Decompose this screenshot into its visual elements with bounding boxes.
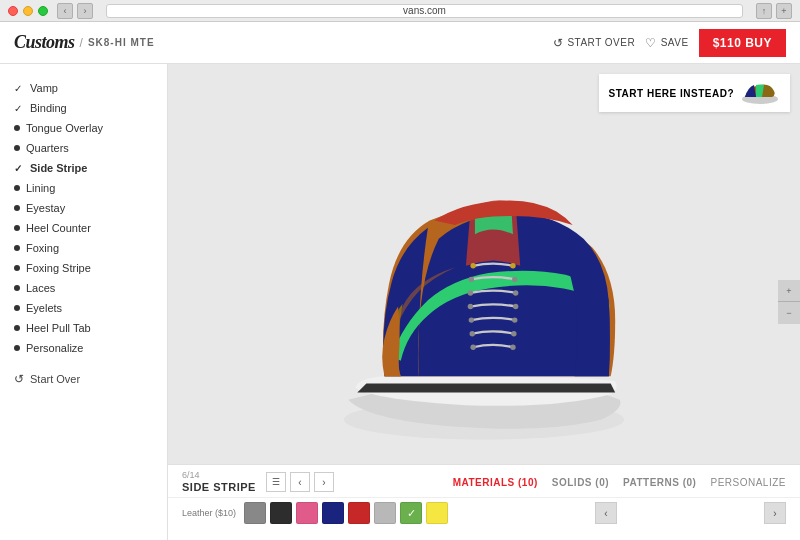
- color-swatch-navy[interactable]: [322, 502, 344, 524]
- sidebar: ✓ Vamp ✓ Binding Tongue Overlay Quarters…: [0, 64, 168, 540]
- svg-point-9: [513, 304, 518, 309]
- patterns-tab[interactable]: PATTERNS (0): [623, 477, 696, 488]
- sidebar-item-binding[interactable]: ✓ Binding: [0, 98, 167, 118]
- back-btn[interactable]: ‹: [57, 3, 73, 19]
- heart-icon: ♡: [645, 36, 657, 50]
- bullet-icon: [14, 185, 20, 191]
- bullet-icon: [14, 125, 20, 131]
- sidebar-item-personalize[interactable]: Personalize: [0, 338, 167, 358]
- svg-point-5: [512, 277, 517, 282]
- color-swatch-black[interactable]: [270, 502, 292, 524]
- header-actions: ↺ START OVER ♡ SAVE $110 BUY: [553, 29, 786, 57]
- browser-chrome: ‹ › vans.com ↑ +: [0, 0, 800, 22]
- svg-point-6: [468, 290, 473, 295]
- swatch-category-label: Leather ($10): [182, 508, 236, 518]
- zoom-out-icon[interactable]: −: [778, 302, 800, 324]
- bullet-icon: [14, 285, 20, 291]
- site-header: Customs / SK8-HI MTE ↺ START OVER ♡ SAVE…: [0, 22, 800, 64]
- zoom-in-icon[interactable]: +: [778, 280, 800, 302]
- prev-arrow-button[interactable]: ‹: [290, 472, 310, 492]
- swatches-next-button[interactable]: ›: [764, 502, 786, 524]
- next-arrow-button[interactable]: ›: [314, 472, 334, 492]
- bullet-icon: [14, 305, 20, 311]
- sidebar-item-laces[interactable]: Laces: [0, 278, 167, 298]
- side-icons: + −: [778, 280, 800, 324]
- svg-point-12: [470, 331, 475, 336]
- personalize-tab[interactable]: PERSONALIZE: [710, 477, 786, 488]
- browser-nav: ‹ ›: [57, 3, 93, 19]
- shoe-image: [294, 132, 674, 472]
- bullet-icon: [14, 345, 20, 351]
- color-swatch-red[interactable]: [348, 502, 370, 524]
- svg-point-10: [469, 317, 474, 322]
- sidebar-item-eyestay[interactable]: Eyestay: [0, 198, 167, 218]
- sidebar-item-heel-pull-tab[interactable]: Heel Pull Tab: [0, 318, 167, 338]
- check-icon: ✓: [14, 83, 24, 94]
- sidebar-item-lining[interactable]: Lining: [0, 178, 167, 198]
- materials-tab[interactable]: MATERIALS (10): [453, 477, 538, 488]
- url-bar[interactable]: vans.com: [106, 4, 743, 18]
- color-swatches-row: Leather ($10) ‹ ›: [168, 498, 800, 528]
- sidebar-item-heel-counter[interactable]: Heel Counter: [0, 218, 167, 238]
- sidebar-item-eyelets[interactable]: Eyelets: [0, 298, 167, 318]
- main-canvas: START HERE INSTEAD?: [168, 64, 800, 540]
- start-over-header-button[interactable]: ↺ START OVER: [553, 36, 635, 50]
- color-swatch-pink[interactable]: [296, 502, 318, 524]
- refresh-icon: ↺: [14, 372, 24, 386]
- step-indicator: 6/14: [182, 471, 256, 480]
- start-here-button[interactable]: START HERE INSTEAD?: [599, 74, 790, 112]
- breadcrumb-separator: /: [80, 36, 83, 50]
- bullet-icon: [14, 145, 20, 151]
- svg-point-15: [510, 345, 515, 350]
- minimize-btn[interactable]: [23, 6, 33, 16]
- svg-point-14: [470, 345, 475, 350]
- forward-btn[interactable]: ›: [77, 3, 93, 19]
- color-swatch-green[interactable]: [400, 502, 422, 524]
- save-button[interactable]: ♡ SAVE: [645, 36, 688, 50]
- sidebar-item-tongue-overlay[interactable]: Tongue Overlay: [0, 118, 167, 138]
- svg-point-4: [469, 277, 474, 282]
- color-swatch-silver[interactable]: [374, 502, 396, 524]
- section-name: SIDE STRIPE: [182, 481, 256, 493]
- swatches-prev-button[interactable]: ‹: [595, 502, 617, 524]
- browser-actions: ↑ +: [756, 3, 792, 19]
- product-name: SK8-HI MTE: [88, 37, 155, 48]
- bullet-icon: [14, 245, 20, 251]
- svg-point-8: [468, 304, 473, 309]
- list-view-button[interactable]: ☰: [266, 472, 286, 492]
- share-icon[interactable]: ↑: [756, 3, 772, 19]
- bookmark-icon[interactable]: +: [776, 3, 792, 19]
- start-over-sidebar-button[interactable]: ↺ Start Over: [0, 364, 167, 394]
- bottom-top-row: 6/14 SIDE STRIPE ☰ ‹ › MATERIALS (10) SO…: [168, 465, 800, 498]
- svg-point-13: [511, 331, 516, 336]
- solids-tab[interactable]: SOLIDS (0): [552, 477, 609, 488]
- bullet-icon: [14, 325, 20, 331]
- color-swatch-gray[interactable]: [244, 502, 266, 524]
- bullet-icon: [14, 225, 20, 231]
- svg-point-11: [512, 317, 517, 322]
- color-swatch-yellow[interactable]: [426, 502, 448, 524]
- bottom-bar: 6/14 SIDE STRIPE ☰ ‹ › MATERIALS (10) SO…: [168, 464, 800, 540]
- shoe-thumbnail-icon: [740, 79, 780, 107]
- bullet-icon: [14, 265, 20, 271]
- refresh-icon: ↺: [553, 36, 564, 50]
- check-icon: ✓: [14, 163, 24, 174]
- sidebar-item-vamp[interactable]: ✓ Vamp: [0, 78, 167, 98]
- sidebar-item-foxing-stripe[interactable]: Foxing Stripe: [0, 258, 167, 278]
- sidebar-item-foxing[interactable]: Foxing: [0, 238, 167, 258]
- svg-point-3: [510, 263, 515, 268]
- close-btn[interactable]: [8, 6, 18, 16]
- svg-point-7: [513, 290, 518, 295]
- shoe-canvas: [294, 132, 674, 472]
- bottom-nav-actions: ☰ ‹ ›: [266, 472, 334, 492]
- buy-button[interactable]: $110 BUY: [699, 29, 786, 57]
- bottom-tabs: MATERIALS (10) SOLIDS (0) PATTERNS (0) P…: [453, 477, 786, 488]
- bullet-icon: [14, 205, 20, 211]
- check-icon: ✓: [14, 103, 24, 114]
- logo[interactable]: Customs: [14, 32, 75, 53]
- sidebar-item-quarters[interactable]: Quarters: [0, 138, 167, 158]
- svg-point-2: [470, 263, 475, 268]
- maximize-btn[interactable]: [38, 6, 48, 16]
- sidebar-item-side-stripe[interactable]: ✓ Side Stripe: [0, 158, 167, 178]
- main-layout: ✓ Vamp ✓ Binding Tongue Overlay Quarters…: [0, 64, 800, 540]
